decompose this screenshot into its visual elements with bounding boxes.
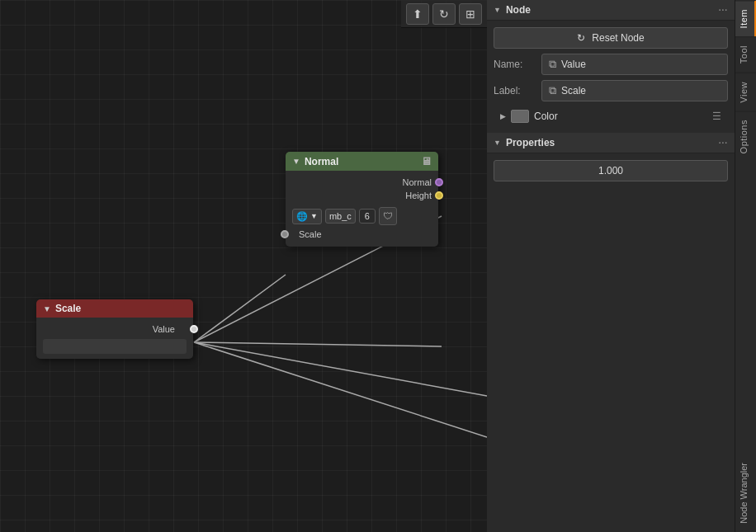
image-name-selector[interactable]: mb_c bbox=[325, 209, 356, 224]
svg-line-2 bbox=[194, 342, 442, 346]
scale-socket-label: Scale bbox=[292, 229, 322, 239]
value-output-label: Value bbox=[43, 324, 187, 334]
scale-node-body: Value 1.000 bbox=[36, 318, 193, 359]
properties-value[interactable]: 1.000 bbox=[494, 160, 728, 181]
canvas-toolbar: ⬆ ↻ ⊞ bbox=[401, 0, 487, 28]
sidebar-tabs: Item Tool View Options Node Wrangler bbox=[735, 0, 756, 532]
height-socket[interactable] bbox=[435, 191, 443, 200]
image-name-label: mb_c bbox=[329, 211, 352, 221]
value-output-socket[interactable] bbox=[190, 325, 198, 333]
node-section-header[interactable]: ▼ Node ··· bbox=[487, 0, 735, 21]
node-section-content: ↻ Reset Node Name: ⧉ Value Label: ⧉ Scal… bbox=[487, 21, 735, 133]
label-input[interactable]: ⧉ Scale bbox=[541, 80, 728, 101]
reset-node-label: Reset Node bbox=[592, 32, 644, 44]
height-socket-row: Height bbox=[292, 189, 432, 202]
normal-node-header: ▼ Normal 🖥 bbox=[286, 152, 438, 171]
label-value: Scale bbox=[561, 85, 586, 97]
properties-section-triangle-icon: ▼ bbox=[494, 139, 501, 147]
height-socket-label: Height bbox=[405, 191, 432, 200]
normal-node-title: Normal bbox=[305, 156, 338, 167]
properties-section-header[interactable]: ▼ Properties ··· bbox=[487, 133, 735, 153]
normal-node-body: Normal Height 🌐 ▼ mb_c 6 🛡 bbox=[286, 171, 438, 247]
normal-socket[interactable] bbox=[435, 178, 443, 186]
color-list-icon[interactable]: ☰ bbox=[712, 111, 721, 122]
right-panel: ▼ Node ··· ↻ Reset Node Name: ⧉ Value La… bbox=[487, 0, 756, 532]
refresh-button[interactable]: ↻ bbox=[432, 3, 456, 25]
label-row: Label: ⧉ Scale bbox=[494, 80, 728, 101]
reset-node-button[interactable]: ↻ Reset Node bbox=[494, 27, 728, 49]
upload-button[interactable]: ⬆ bbox=[406, 3, 429, 25]
scale-value-input[interactable]: 1.000 bbox=[43, 339, 187, 354]
name-input[interactable]: ⧉ Value bbox=[541, 54, 728, 75]
value-output-row: Value bbox=[43, 322, 187, 336]
name-value: Value bbox=[561, 59, 586, 70]
svg-line-0 bbox=[194, 275, 286, 342]
tab-node-wrangler[interactable]: Node Wrangler bbox=[735, 454, 756, 532]
scale-socket-row: Scale bbox=[292, 227, 432, 242]
tab-item[interactable]: Item bbox=[735, 0, 756, 36]
globe-selector[interactable]: 🌐 ▼ bbox=[292, 209, 322, 224]
scale-node-header: ▼ Scale bbox=[36, 299, 193, 318]
tab-options[interactable]: Options bbox=[735, 111, 756, 162]
node-options-icon[interactable]: 🖥 bbox=[421, 155, 432, 167]
collapse-triangle-icon[interactable]: ▼ bbox=[292, 157, 300, 166]
scale-node-title: Scale bbox=[55, 303, 81, 314]
scale-socket[interactable] bbox=[281, 230, 289, 238]
svg-line-3 bbox=[194, 342, 487, 396]
node-section-triangle-icon: ▼ bbox=[494, 6, 501, 14]
properties-panel: ▼ Node ··· ↻ Reset Node Name: ⧉ Value La… bbox=[487, 0, 735, 532]
scale-collapse-triangle-icon[interactable]: ▼ bbox=[43, 304, 51, 313]
chevron-down-icon: ▼ bbox=[310, 212, 318, 220]
globe-icon: 🌐 bbox=[296, 211, 308, 222]
name-input-icon: ⧉ bbox=[549, 58, 556, 71]
name-label: Name: bbox=[494, 59, 535, 70]
label-input-icon: ⧉ bbox=[549, 84, 556, 97]
name-row: Name: ⧉ Value bbox=[494, 54, 728, 75]
node-section-dots[interactable]: ··· bbox=[719, 6, 728, 15]
properties-section-content: 1.000 bbox=[487, 153, 735, 188]
properties-section-dots[interactable]: ··· bbox=[719, 139, 728, 148]
tab-tool[interactable]: Tool bbox=[735, 36, 756, 72]
connections-svg bbox=[0, 0, 487, 532]
normal-socket-row: Normal bbox=[292, 176, 432, 189]
color-label: Color bbox=[534, 111, 707, 122]
svg-line-4 bbox=[194, 342, 487, 437]
label-label: Label: bbox=[494, 85, 535, 97]
color-row: ▶ Color ☰ bbox=[494, 106, 728, 126]
grid-button[interactable]: ⊞ bbox=[459, 3, 482, 25]
properties-value-text: 1.000 bbox=[598, 165, 623, 177]
image-number[interactable]: 6 bbox=[359, 209, 376, 224]
shield-button[interactable]: 🛡 bbox=[379, 207, 397, 225]
properties-section-title: Properties bbox=[506, 137, 555, 148]
reset-icon: ↻ bbox=[577, 32, 585, 44]
image-selector-row: 🌐 ▼ mb_c 6 🛡 bbox=[292, 205, 432, 227]
tab-view[interactable]: View bbox=[735, 73, 756, 111]
normal-node[interactable]: ▼ Normal 🖥 Normal Height 🌐 ▼ bbox=[286, 152, 438, 247]
scale-node[interactable]: ▼ Scale Value 1.000 bbox=[36, 299, 193, 359]
node-canvas[interactable]: ⬆ ↻ ⊞ ▼ Normal 🖥 Normal Height bbox=[0, 0, 487, 532]
color-expand-icon[interactable]: ▶ bbox=[500, 112, 506, 120]
normal-socket-label: Normal bbox=[403, 177, 432, 187]
node-section-title: Node bbox=[506, 4, 531, 16]
color-swatch[interactable] bbox=[511, 110, 529, 123]
